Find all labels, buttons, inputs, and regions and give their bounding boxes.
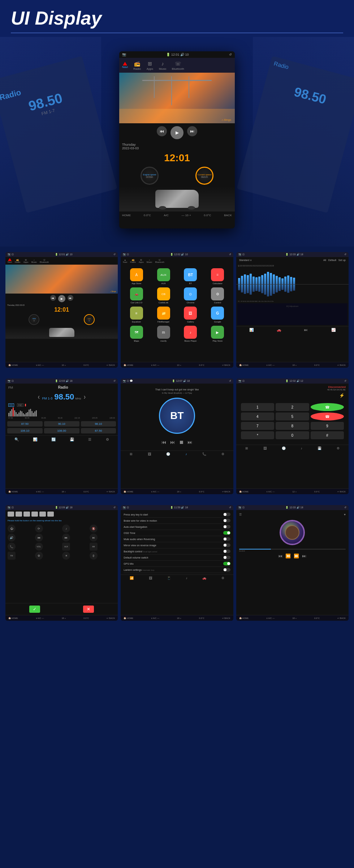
radio-list-icon[interactable]: ☰ <box>88 437 91 441</box>
steer-cancel-btn[interactable]: ✕ <box>83 606 94 613</box>
steer-vol-up[interactable]: 🔊 <box>8 534 16 542</box>
steering-back-btn[interactable]: ↩ BACK <box>107 617 115 619</box>
app-playstore[interactable]: ▶ Play Store <box>206 326 230 342</box>
back-btn[interactable]: ↩ BACK <box>107 364 115 366</box>
color-3[interactable] <box>23 512 30 517</box>
toggle-mirror[interactable] <box>223 543 230 547</box>
app-carbit[interactable]: CB CarbitLink <box>151 287 176 304</box>
bt-prev-btn[interactable]: ⏮ <box>161 439 167 445</box>
next-mini[interactable]: ⏭ <box>68 295 73 301</box>
prev-mini[interactable]: ⏮ <box>50 295 56 301</box>
settings-phone2-icon[interactable]: 📱 <box>167 576 171 580</box>
bt-img-icon[interactable]: 🖼 <box>148 452 151 456</box>
radio-next-btn[interactable]: ❯ <box>83 395 86 399</box>
radio-back-btn[interactable]: ↩ BACK <box>107 490 115 493</box>
music-home-btn[interactable]: 🏠 HOME <box>239 617 249 619</box>
steer-vol-ctrl[interactable]: VOL <box>35 543 43 551</box>
color-4[interactable] <box>31 512 38 517</box>
app-mocify[interactable]: m mocify <box>151 326 176 342</box>
eq-home-btn[interactable]: 🏠 HOME <box>239 364 249 366</box>
music-list-icon[interactable]: ☰ <box>239 513 242 516</box>
dial-1[interactable]: 1 <box>241 403 274 411</box>
steer-check-btn[interactable]: ✓ <box>29 606 40 613</box>
radio-settings-icon[interactable]: ⚙ <box>106 437 109 441</box>
nav-radio[interactable]: 📻 Radio <box>133 60 141 70</box>
app-bt[interactable]: BT BT <box>178 268 203 285</box>
preset-5[interactable]: 108.00 <box>44 428 79 433</box>
bt-clock-icon[interactable]: 🕐 <box>166 452 170 456</box>
steer-fm[interactable]: FM <box>8 552 16 560</box>
nav-bluetooth[interactable]: ☏ Bluetooth <box>172 60 184 70</box>
radio-search-icon[interactable]: 🔍 <box>14 437 19 441</box>
preset-3[interactable]: 98.10 <box>81 421 116 427</box>
back-label[interactable]: BACK <box>224 214 232 217</box>
an-radio[interactable]: 📻Radio <box>130 258 136 263</box>
bt-play-pause-btn[interactable]: ⏭ <box>170 439 175 445</box>
dial-4[interactable]: 4 <box>241 412 274 420</box>
dial-5[interactable]: 5 <box>276 412 309 420</box>
phone-settings-icon[interactable]: ⚙ <box>337 446 340 450</box>
music-heart-icon[interactable]: ♥ <box>344 513 346 516</box>
phone-music-icon[interactable]: ♪ <box>301 446 303 450</box>
an-navi[interactable]: ▲Navi <box>123 259 127 263</box>
ac-label[interactable]: A/C <box>164 214 169 217</box>
eq-standard[interactable]: Standard ∨ <box>239 259 252 262</box>
bt-music-icon[interactable]: ♪ <box>185 452 187 456</box>
bt-back-btn[interactable]: ↩ BACK <box>222 490 230 493</box>
steer-aux[interactable]: AUX <box>62 543 70 551</box>
phone-back-btn[interactable]: ↩ BACK <box>337 490 346 493</box>
settings-music2-icon[interactable]: ♪ <box>186 576 187 580</box>
settings-wifi-icon[interactable]: 📶 <box>130 576 134 580</box>
bt-phone-icon[interactable]: 📞 <box>202 452 206 456</box>
toggle-gps[interactable] <box>223 562 230 565</box>
music-prev-btn[interactable]: ⏮ <box>278 553 282 559</box>
bt-next-btn[interactable]: ⏭ <box>187 439 193 445</box>
settings-car2-icon[interactable]: 🚗 <box>202 576 206 580</box>
bt-home-btn[interactable]: 🏠 HOME <box>124 490 133 493</box>
music-rw-btn[interactable]: ⏪ <box>285 553 291 559</box>
app-carlink[interactable]: 🚗 Car Link 2.0 <box>124 287 148 304</box>
music-next-btn[interactable]: ⏭ <box>302 553 306 559</box>
eq-back-btn[interactable]: ↩ BACK <box>337 364 346 366</box>
steer-prev[interactable]: ⏮ <box>35 534 43 542</box>
radio-save-icon[interactable]: 💾 <box>70 437 74 441</box>
mn-apps[interactable]: ⊞Apps <box>23 258 29 263</box>
app-control[interactable]: ⚙ Control <box>206 287 230 304</box>
steer-sun[interactable]: ☀ <box>62 552 70 560</box>
color-6[interactable] <box>47 512 54 517</box>
app-gallery[interactable]: 🖼 Gallery <box>178 307 203 323</box>
toggle-auto-nav[interactable] <box>223 525 230 529</box>
play-button[interactable]: ▶ <box>170 126 184 139</box>
radio-home-btn[interactable]: 🏠 HOME <box>8 490 18 493</box>
an-bt[interactable]: ☏Bluetooth <box>155 258 164 263</box>
app-maps[interactable]: 🗺 Maps <box>124 326 148 342</box>
toggle-brake[interactable] <box>223 519 230 522</box>
app-aux[interactable]: AUX AUX <box>151 268 176 285</box>
steer-mute[interactable]: 🔇 <box>90 525 98 533</box>
apps-home-btn[interactable]: 🏠 HOME <box>124 364 133 366</box>
dial-call[interactable]: ☎ <box>311 403 344 411</box>
steer-am[interactable]: AM <box>90 543 98 551</box>
settings-home-btn[interactable]: 🏠 HOME <box>124 617 133 619</box>
mn-navi[interactable]: Navi <box>8 258 12 263</box>
dial-0[interactable]: 0 <box>276 431 309 439</box>
dial-7[interactable]: 7 <box>241 422 274 430</box>
toggle-press-key[interactable] <box>223 513 230 516</box>
bt-grid-icon[interactable]: ⊞ <box>130 452 133 456</box>
dial-end[interactable]: ☎ <box>311 412 344 420</box>
an-apps[interactable]: ⊞Apps <box>139 258 144 263</box>
steer-call[interactable]: 📞 <box>8 543 16 551</box>
music-back-btn[interactable]: ↩ BACK <box>337 617 346 619</box>
bt-settings-icon[interactable]: ⚙ <box>221 452 224 456</box>
settings-img-icon[interactable]: 🖼 <box>149 576 152 580</box>
steer-next[interactable]: ⏭ <box>62 534 70 542</box>
settings-back-btn[interactable]: ↩ BACK <box>222 617 230 619</box>
phone-img-icon[interactable]: 🖼 <box>263 446 267 450</box>
nav-music[interactable]: ♪ Music <box>159 60 167 70</box>
phone-home-btn[interactable]: 🏠 HOME <box>239 490 249 493</box>
dial-8[interactable]: 8 <box>276 422 309 430</box>
toggle-backlight[interactable] <box>223 550 230 553</box>
steer-gear[interactable]: ⚙ <box>35 552 43 560</box>
app-appstore[interactable]: A App Store <box>124 268 148 285</box>
preset-1[interactable]: 87.50 <box>7 421 43 427</box>
